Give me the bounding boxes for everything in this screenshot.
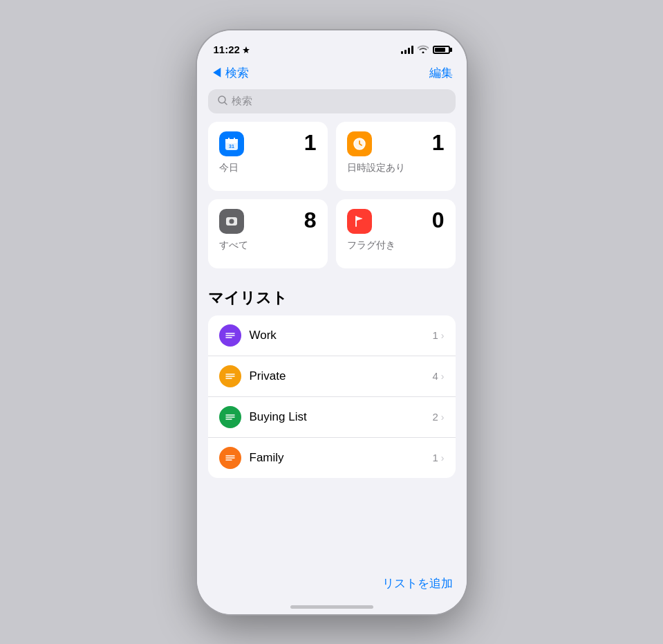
phone-frame: 11:22 (197, 30, 467, 614)
search-placeholder-text: 検索 (232, 95, 252, 108)
buying-list-icon (219, 406, 241, 428)
private-list-name: Private (250, 369, 424, 383)
search-bar[interactable]: 検索 (208, 89, 456, 113)
work-list-name: Work (250, 329, 424, 342)
home-bar (290, 605, 373, 609)
flagged-label: フラグ付き (347, 239, 445, 252)
work-list-meta: 1 › (432, 329, 444, 341)
svg-rect-5 (234, 138, 235, 140)
work-list-count: 1 (432, 329, 438, 341)
back-button[interactable]: ◀ 検索 (211, 65, 250, 81)
status-bar: 11:22 (197, 30, 467, 64)
flagged-count: 0 (432, 209, 445, 231)
smart-card-scheduled[interactable]: 1 日時設定あり (336, 122, 456, 191)
signal-bars-icon (401, 46, 413, 54)
scheduled-icon (347, 131, 372, 156)
my-lists-container: Work 1 › Private 4 (208, 315, 456, 478)
private-list-count: 4 (432, 370, 438, 382)
smart-lists-grid: 31 1 今日 (208, 122, 456, 268)
work-chevron-icon: › (441, 330, 445, 341)
svg-text:31: 31 (229, 144, 234, 149)
family-list-count: 1 (432, 452, 438, 463)
scroll-content: 31 1 今日 (197, 122, 467, 569)
today-label: 今日 (219, 162, 317, 174)
wifi-icon (418, 44, 429, 56)
today-icon: 31 (219, 131, 244, 156)
status-icons (401, 44, 450, 56)
smart-card-all[interactable]: 8 すべて (208, 199, 328, 268)
buying-list-meta: 2 › (432, 411, 444, 423)
all-label: すべて (219, 239, 317, 252)
family-list-name: Family (250, 451, 424, 465)
edit-button[interactable]: 編集 (429, 65, 453, 81)
section-title-my-lists: マイリスト (208, 288, 456, 309)
status-time: 11:22 (214, 44, 250, 55)
svg-rect-4 (228, 138, 230, 140)
svg-rect-3 (225, 139, 238, 142)
add-list-button[interactable]: リストを追加 (382, 576, 453, 591)
all-icon (219, 209, 244, 234)
list-item-buying[interactable]: Buying List 2 › (208, 397, 456, 438)
private-list-icon (219, 365, 241, 387)
scheduled-count: 1 (432, 131, 445, 154)
list-item-family[interactable]: Family 1 › (208, 438, 456, 478)
list-item-work[interactable]: Work 1 › (208, 315, 456, 356)
family-list-meta: 1 › (432, 452, 444, 463)
screen: 11:22 (197, 30, 467, 614)
buying-list-name: Buying List (250, 410, 424, 424)
family-list-icon (219, 447, 241, 469)
smart-card-today[interactable]: 31 1 今日 (208, 122, 328, 191)
search-icon (218, 95, 227, 107)
search-container: 検索 (197, 84, 467, 122)
buying-chevron-icon: › (441, 412, 445, 423)
scheduled-label: 日時設定あり (347, 162, 445, 174)
flagged-icon (347, 209, 372, 234)
work-list-icon (219, 324, 241, 347)
smart-card-flagged[interactable]: 0 フラグ付き (336, 199, 456, 268)
home-indicator (197, 605, 467, 614)
location-icon (243, 46, 250, 53)
buying-list-count: 2 (432, 411, 438, 423)
private-chevron-icon: › (441, 371, 445, 382)
all-count: 8 (304, 209, 317, 231)
list-item-private[interactable]: Private 4 › (208, 356, 456, 397)
private-list-meta: 4 › (432, 370, 444, 382)
today-count: 1 (304, 131, 317, 154)
bottom-area: リストを追加 (197, 569, 467, 605)
family-chevron-icon: › (441, 452, 445, 463)
battery-icon (433, 46, 450, 54)
nav-area: ◀ 検索 編集 (197, 64, 467, 84)
